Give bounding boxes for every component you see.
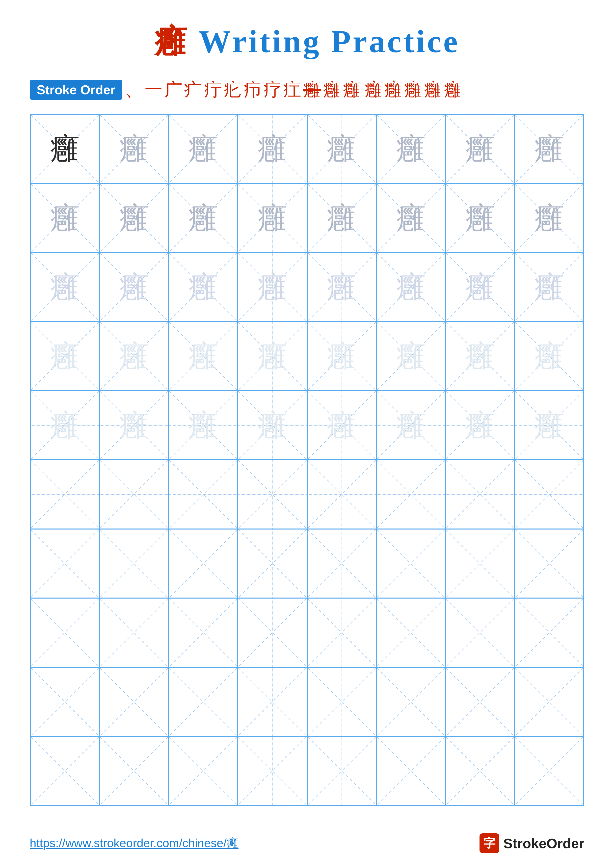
grid-cell-3-8[interactable]: 癰 (515, 253, 584, 321)
grid-cell-8-1[interactable] (30, 598, 99, 667)
svg-line-153 (308, 737, 376, 805)
grid-cell-4-8[interactable]: 癰 (515, 322, 584, 391)
grid-cell-10-1[interactable] (30, 736, 99, 805)
grid-cell-8-8[interactable] (515, 598, 584, 667)
footer-logo-icon: 字 (479, 833, 499, 853)
grid-cell-9-8[interactable] (515, 667, 584, 736)
grid-cell-6-6[interactable] (376, 460, 445, 529)
grid-cell-5-4[interactable]: 癰 (238, 391, 307, 460)
grid-cell-8-7[interactable] (445, 598, 515, 667)
grid-cell-8-4[interactable] (238, 598, 307, 667)
grid-cell-4-6[interactable]: 癰 (376, 322, 445, 391)
char-display: 癰 (396, 341, 426, 371)
char-display: 癰 (465, 134, 495, 164)
grid-cell-5-5[interactable]: 癰 (307, 391, 376, 460)
grid-cell-8-3[interactable] (169, 598, 238, 667)
grid-cell-2-5[interactable]: 癰 (307, 183, 376, 253)
grid-cell-5-3[interactable]: 癰 (169, 391, 238, 460)
grid-cell-8-2[interactable] (99, 598, 168, 667)
grid-cell-10-6[interactable] (376, 736, 445, 805)
grid-cell-3-2[interactable]: 癰 (99, 253, 168, 321)
grid-cell-6-7[interactable] (445, 460, 515, 529)
char-display: 癰 (465, 341, 495, 371)
grid-cell-2-3[interactable]: 癰 (169, 183, 238, 253)
svg-line-143 (515, 668, 583, 736)
grid-cell-10-8[interactable] (515, 736, 584, 805)
grid-cell-7-2[interactable] (99, 529, 168, 598)
grid-cell-3-3[interactable]: 癰 (169, 253, 238, 321)
grid-cell-7-4[interactable] (238, 529, 307, 598)
grid-cell-10-3[interactable] (169, 736, 238, 805)
grid-cell-1-1[interactable]: 癰 (30, 114, 99, 183)
grid-cell-9-1[interactable] (30, 667, 99, 736)
grid-cell-6-3[interactable] (169, 460, 238, 529)
grid-cell-1-5[interactable]: 癰 (307, 114, 376, 183)
grid-cell-1-7[interactable]: 癰 (445, 114, 515, 183)
grid-cell-5-1[interactable]: 癰 (30, 391, 99, 460)
grid-cell-7-3[interactable] (169, 529, 238, 598)
grid-cell-5-8[interactable]: 癰 (515, 391, 584, 460)
grid-cell-6-8[interactable] (515, 460, 584, 529)
grid-cell-2-1[interactable]: 癰 (30, 183, 99, 253)
svg-line-148 (169, 737, 237, 805)
grid-cell-4-5[interactable]: 癰 (307, 322, 376, 391)
stroke-6: 疕 (224, 78, 242, 101)
grid-cell-7-5[interactable] (307, 529, 376, 598)
footer: https://www.strokeorder.com/chinese/癰 字 … (30, 833, 584, 853)
grid-cell-9-5[interactable] (307, 667, 376, 736)
grid-cell-3-6[interactable]: 癰 (376, 253, 445, 321)
grid-cell-10-4[interactable] (238, 736, 307, 805)
grid-cell-3-1[interactable]: 癰 (30, 253, 99, 321)
grid-cell-9-4[interactable] (238, 667, 307, 736)
grid-cell-9-3[interactable] (169, 667, 238, 736)
grid-cell-7-6[interactable] (376, 529, 445, 598)
char-display: 癰 (327, 134, 356, 164)
svg-line-97 (31, 530, 99, 598)
grid-cell-2-7[interactable]: 癰 (445, 183, 515, 253)
svg-line-101 (169, 530, 237, 598)
grid-cell-8-5[interactable] (307, 598, 376, 667)
svg-line-140 (446, 668, 514, 736)
grid-cell-6-5[interactable] (307, 460, 376, 529)
grid-cell-1-2[interactable]: 癰 (99, 114, 168, 183)
footer-url[interactable]: https://www.strokeorder.com/chinese/癰 (30, 835, 238, 851)
grid-cell-1-4[interactable]: 癰 (238, 114, 307, 183)
grid-cell-9-2[interactable] (99, 667, 168, 736)
grid-cell-8-6[interactable] (376, 598, 445, 667)
char-display: 癰 (465, 411, 495, 440)
grid-cell-2-6[interactable]: 癰 (376, 183, 445, 253)
grid-cell-3-4[interactable]: 癰 (238, 253, 307, 321)
grid-cell-1-6[interactable]: 癰 (376, 114, 445, 183)
grid-cell-2-4[interactable]: 癰 (238, 183, 307, 253)
grid-cell-4-7[interactable]: 癰 (445, 322, 515, 391)
grid-cell-10-7[interactable] (445, 736, 515, 805)
char-display: 癰 (465, 272, 495, 302)
grid-cell-5-6[interactable]: 癰 (376, 391, 445, 460)
grid-cell-5-7[interactable]: 癰 (445, 391, 515, 460)
grid-cell-1-3[interactable]: 癰 (169, 114, 238, 183)
grid-cell-7-8[interactable] (515, 529, 584, 598)
grid-cell-9-6[interactable] (376, 667, 445, 736)
stroke-9: 疘 (283, 78, 301, 101)
grid-cell-5-2[interactable]: 癰 (99, 391, 168, 460)
grid-cell-4-1[interactable]: 癰 (30, 322, 99, 391)
svg-line-139 (377, 668, 445, 736)
grid-cell-10-5[interactable] (307, 736, 376, 805)
grid-cell-6-2[interactable] (99, 460, 168, 529)
grid-cell-9-7[interactable] (445, 667, 515, 736)
grid-cell-7-1[interactable] (30, 529, 99, 598)
grid-cell-4-3[interactable]: 癰 (169, 322, 238, 391)
grid-cell-2-8[interactable]: 癰 (515, 183, 584, 253)
grid-cell-3-5[interactable]: 癰 (307, 253, 376, 321)
grid-cell-6-1[interactable] (30, 460, 99, 529)
grid-cell-10-2[interactable] (99, 736, 168, 805)
grid-cell-1-8[interactable]: 癰 (515, 114, 584, 183)
grid-cell-2-2[interactable]: 癰 (99, 183, 168, 253)
grid-cell-3-7[interactable]: 癰 (445, 253, 515, 321)
svg-line-105 (308, 530, 376, 598)
grid-cell-6-4[interactable] (238, 460, 307, 529)
grid-cell-4-2[interactable]: 癰 (99, 322, 168, 391)
svg-line-130 (100, 668, 168, 736)
grid-cell-4-4[interactable]: 癰 (238, 322, 307, 391)
grid-cell-7-7[interactable] (445, 529, 515, 598)
